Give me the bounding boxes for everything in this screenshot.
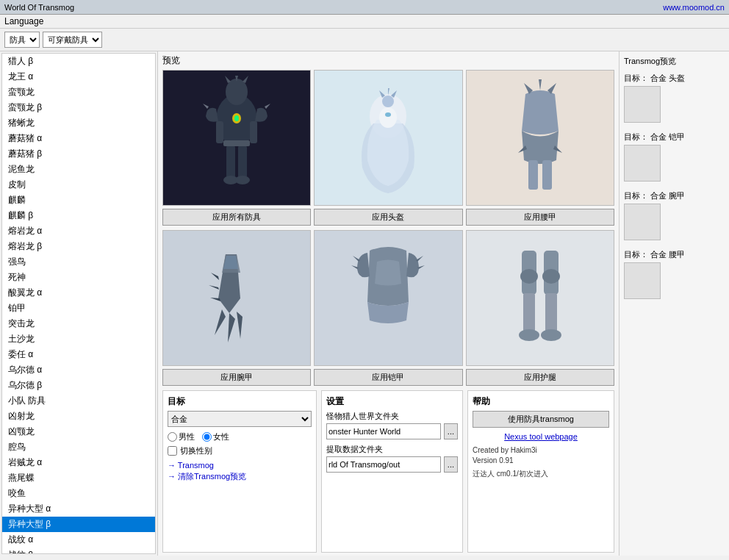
- list-item[interactable]: 麒麟 β: [2, 208, 155, 223]
- transmog-row: 目标： 合金 头盔: [624, 73, 725, 123]
- list-item[interactable]: 战纹 α: [2, 532, 155, 548]
- switch-gender-row: 切换性别: [168, 445, 312, 456]
- list-item[interactable]: 异种大型 α: [2, 501, 155, 517]
- list-item[interactable]: 熔岩龙 α: [2, 223, 155, 239]
- transmog-preview-label: Transmog预览: [624, 56, 725, 67]
- filter-row: 防具 可穿戴防具: [0, 29, 729, 51]
- filter-select-1[interactable]: 防具: [4, 32, 40, 48]
- filter-select-2[interactable]: 可穿戴防具: [43, 32, 102, 48]
- list-item[interactable]: 麒麟: [2, 193, 155, 208]
- list-item[interactable]: 猎人 β: [2, 54, 155, 69]
- svg-point-19: [520, 269, 538, 284]
- gender-radio-row: 男性 女性: [168, 431, 312, 442]
- list-item[interactable]: 突击龙: [2, 316, 155, 331]
- svg-rect-10: [223, 140, 250, 146]
- center-panel: 预览: [158, 51, 619, 556]
- transmog-row: 目标： 合金 腕甲: [624, 190, 725, 240]
- list-item[interactable]: 酸翼龙 α: [2, 285, 155, 301]
- svg-rect-16: [542, 160, 552, 190]
- transmog-preview-img: [624, 86, 661, 123]
- menu-bar: Language: [0, 15, 729, 29]
- list-item[interactable]: 蛮颚龙: [2, 85, 155, 100]
- list-item[interactable]: 死神: [2, 270, 155, 285]
- female-radio[interactable]: [202, 432, 212, 442]
- list-item[interactable]: 皮制: [2, 177, 155, 193]
- list-item[interactable]: 强鸟: [2, 254, 155, 270]
- transmog-link[interactable]: Transmog: [168, 461, 312, 470]
- list-item[interactable]: 岩贼龙 α: [2, 455, 155, 470]
- list-item[interactable]: 委任 α: [2, 347, 155, 362]
- data-browse-btn[interactable]: ...: [444, 456, 458, 473]
- preview-cell-arm: [162, 230, 311, 366]
- folder-browse-btn[interactable]: ...: [444, 423, 458, 439]
- nexus-link[interactable]: Nexus tool webpage: [473, 432, 609, 441]
- list-item[interactable]: 战纹 β: [2, 548, 155, 554]
- left-panel: 猎人 β龙王 α蛮颚龙蛮颚龙 β猪蜥龙蘑菇猪 α蘑菇猪 β泥鱼龙皮制麒麟麒麟 β…: [0, 51, 158, 556]
- switch-gender-checkbox[interactable]: [168, 446, 177, 456]
- list-item[interactable]: 腔鸟: [2, 439, 155, 455]
- list-item[interactable]: 猪蜥龙: [2, 115, 155, 131]
- apply-buttons-top: 应用所有防具 应用头盔 应用腰甲: [162, 209, 614, 226]
- svg-rect-9: [250, 121, 257, 143]
- transmog-target-label: 目标： 合金 腰甲: [624, 249, 725, 260]
- data-folder-input[interactable]: [326, 456, 441, 473]
- male-radio[interactable]: [168, 432, 177, 442]
- transmog-target-label: 目标： 合金 头盔: [624, 73, 725, 84]
- settings-label: 设置: [326, 395, 458, 408]
- list-item[interactable]: 泥鱼龙: [2, 162, 155, 177]
- preview-cell-torso: [314, 230, 462, 366]
- transmog-preview-img: [624, 262, 661, 299]
- use-armor-btn[interactable]: 使用防具transmog: [473, 411, 609, 428]
- list-item[interactable]: 乌尔德 β: [2, 378, 155, 393]
- preview-cell-legs: [466, 230, 614, 366]
- data-folder-label: 提取数据文件夹: [326, 444, 458, 455]
- svg-point-23: [519, 329, 539, 341]
- list-item[interactable]: 蘑菇猪 α: [2, 131, 155, 146]
- list-item[interactable]: 蛮颚龙 β: [2, 100, 155, 115]
- svg-rect-21: [523, 293, 535, 334]
- language-menu[interactable]: Language: [4, 16, 43, 26]
- apply-arm-btn[interactable]: 应用腕甲: [162, 369, 311, 386]
- list-item[interactable]: 乌尔德 α: [2, 362, 155, 378]
- apply-armor-btn[interactable]: 应用铠甲: [314, 369, 462, 386]
- target-dropdown[interactable]: 合金: [168, 411, 312, 427]
- list-item[interactable]: 铂甲: [2, 301, 155, 316]
- list-item[interactable]: 土沙龙: [2, 331, 155, 347]
- list-item[interactable]: 小队 防具: [2, 393, 155, 409]
- title-bar: World Of Transmog www.moomod.cn: [0, 0, 729, 15]
- right-panel: Transmog预览 目标： 合金 头盔目标： 合金 铠甲目标： 合金 腕甲目标…: [619, 51, 729, 556]
- svg-point-1: [226, 79, 248, 105]
- list-item[interactable]: 龙王 α: [2, 69, 155, 85]
- female-label[interactable]: 女性: [202, 431, 229, 442]
- list-item[interactable]: 凶射龙: [2, 409, 155, 424]
- help-info-2: Version 0.91: [473, 456, 609, 466]
- clear-transmog-link[interactable]: 清除Transmog预览: [168, 471, 312, 482]
- help-box: 帮助 使用防具transmog Nexus tool webpage Creat…: [467, 390, 614, 553]
- apply-legs-btn[interactable]: 应用护腿: [466, 369, 614, 386]
- settings-box: 设置 怪物猎人世界文件夹 ... 提取数据文件夹 ...: [321, 390, 463, 553]
- apply-all-btn[interactable]: 应用所有防具: [162, 209, 311, 226]
- main-content: 猎人 β龙王 α蛮颚龙蛮颚龙 β猪蜥龙蘑菇猪 α蘑菇猪 β泥鱼龙皮制麒麟麒麟 β…: [0, 51, 729, 556]
- svg-point-14: [385, 112, 391, 117]
- preview-cell-full: [162, 70, 311, 206]
- list-item[interactable]: 蘑菇猪 β: [2, 146, 155, 162]
- svg-rect-15: [528, 160, 538, 190]
- transmog-preview-img: [624, 145, 661, 182]
- target-box: 目标 合金 男性 女性 切换性别: [162, 390, 317, 553]
- male-label[interactable]: 男性: [168, 431, 195, 442]
- folder-input[interactable]: [326, 423, 441, 439]
- title-bar-text: World Of Transmog: [4, 3, 663, 12]
- transmog-target-label: 目标： 合金 腕甲: [624, 190, 725, 201]
- list-item[interactable]: 咬鱼: [2, 486, 155, 501]
- armor-list[interactable]: 猎人 β龙王 α蛮颚龙蛮颚龙 β猪蜥龙蘑菇猪 α蘑菇猪 β泥鱼龙皮制麒麟麒麟 β…: [1, 53, 156, 554]
- list-item[interactable]: 凶颚龙: [2, 424, 155, 439]
- apply-head-btn[interactable]: 应用头盔: [314, 209, 462, 226]
- svg-rect-8: [216, 121, 223, 143]
- apply-buttons-bottom: 应用腕甲 应用铠甲 应用护腿: [162, 369, 614, 386]
- list-item[interactable]: 燕尾蝶: [2, 470, 155, 486]
- svg-point-20: [542, 269, 560, 284]
- list-item[interactable]: 异种大型 β: [2, 517, 155, 532]
- apply-waist-btn[interactable]: 应用腰甲: [466, 209, 614, 226]
- title-bar-url: www.moomod.cn: [663, 3, 725, 12]
- list-item[interactable]: 熔岩龙 β: [2, 239, 155, 254]
